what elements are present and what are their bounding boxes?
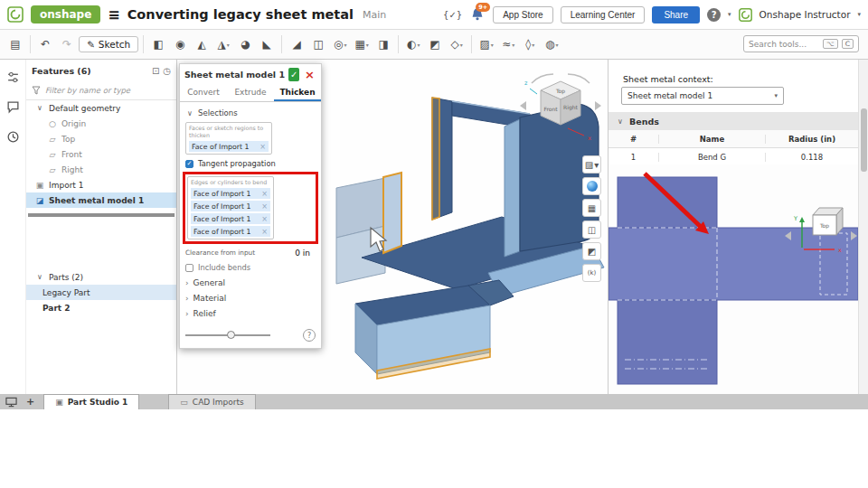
tree-item-part-2[interactable]: Part 2 — [26, 300, 176, 315]
undo-icon[interactable]: ↶ — [35, 34, 55, 54]
context-dropdown[interactable]: Sheet metal model 1 ▾ — [621, 87, 784, 105]
exploded-view-icon[interactable]: ◩ — [582, 242, 601, 260]
accept-button[interactable]: ✓ — [288, 68, 299, 81]
cancel-button[interactable]: × — [303, 68, 316, 81]
panel-scrollbar[interactable] — [858, 60, 868, 394]
tool-sweep-icon[interactable]: ◭ — [192, 34, 212, 54]
flat-pattern-view[interactable]: Top Y x — [609, 164, 858, 394]
remove-selection-icon[interactable]: × — [261, 202, 268, 211]
tool-draft-icon[interactable]: ◢ — [287, 34, 307, 54]
tab-convert[interactable]: Convert — [180, 84, 227, 101]
selections-section-header[interactable]: ∨ Selections — [185, 106, 316, 120]
edges-selection-box[interactable]: Edges or cylinders to bend Face of Impor… — [187, 176, 274, 239]
tree-item-origin[interactable]: ○ Origin — [26, 116, 176, 131]
panel-window-icon[interactable]: ⊡ — [152, 66, 159, 76]
redo-icon[interactable]: ↷ — [57, 34, 77, 54]
main-menu-icon[interactable]: ≡ — [108, 6, 119, 23]
edge-selection-chip[interactable]: Face of Import 1 × — [191, 201, 270, 211]
edge-selection-chip[interactable]: Face of Import 1 × — [191, 226, 270, 237]
general-section[interactable]: › General — [185, 275, 316, 290]
sketch-button[interactable]: ✎ Sketch — [79, 36, 138, 52]
rotate-left-arrow-icon[interactable] — [520, 101, 526, 110]
viewcube-top-label[interactable]: Top — [555, 88, 565, 95]
display-mode-icon[interactable]: ▨▾ — [582, 155, 601, 174]
help-icon[interactable]: ? — [707, 8, 721, 22]
checkbox-checked-icon[interactable]: ✓ — [185, 160, 193, 168]
tool-curve-icon[interactable]: ≈▾ — [498, 34, 518, 54]
rollback-clock-icon[interactable]: ◷ — [163, 66, 171, 76]
notifications-bell[interactable]: 9+ — [469, 6, 486, 23]
tool-surface-icon[interactable]: ▨▾ — [476, 34, 496, 54]
search-tools-input[interactable]: Search tools... ⌥ C — [743, 35, 859, 52]
tool-split-icon[interactable]: ◩ — [425, 34, 445, 54]
rotate-right-arrow-icon[interactable] — [595, 101, 601, 110]
account-menu[interactable]: Onshape Instructor — [760, 9, 851, 20]
table-row[interactable]: 1 Bend G 0.118 — [609, 148, 858, 166]
tool-mirror-icon[interactable]: ◨ — [373, 34, 393, 54]
preview-slider[interactable] — [185, 334, 270, 336]
clearance-input[interactable]: 0 in — [295, 249, 316, 258]
bends-section-header[interactable]: ∨ Bends — [609, 112, 858, 130]
add-tab-button[interactable]: + — [23, 394, 38, 409]
remove-selection-icon[interactable]: × — [261, 190, 268, 198]
chevron-down-icon[interactable]: ∨ — [35, 273, 44, 281]
panel-layout-icon[interactable]: ▤ — [5, 34, 25, 54]
view-cube[interactable]: Top Front Right z x — [514, 69, 608, 150]
tab-part-studio-1[interactable]: ▣ Part Studio 1 — [43, 394, 139, 409]
flat-viewcube-top-label[interactable]: Top — [819, 222, 829, 230]
tab-thicken[interactable]: Thicken — [274, 84, 321, 101]
configurations-icon[interactable] — [6, 70, 20, 84]
tangent-propagation-row[interactable]: ✓ Tangent propagation — [185, 156, 316, 171]
tree-item-top-plane[interactable]: ▱ Top — [26, 131, 176, 146]
checkbox-unchecked-icon[interactable] — [185, 264, 193, 272]
scrollbar-thumb[interactable] — [861, 108, 867, 172]
feature-filter-input[interactable]: Filter by name or type — [26, 81, 176, 100]
section-view-icon[interactable]: ◫ — [582, 221, 601, 239]
tool-appearance-icon[interactable]: ◍▾ — [542, 34, 561, 54]
tool-hole-icon[interactable]: ◎▾ — [330, 34, 350, 54]
relief-section[interactable]: › Relief — [185, 305, 316, 321]
tool-boolean-icon[interactable]: ◐▾ — [403, 34, 423, 54]
tool-linear-pattern-icon[interactable]: ▦▾ — [352, 34, 372, 54]
account-caret-icon[interactable]: ▾ — [857, 11, 861, 18]
dialog-help-icon[interactable]: ? — [303, 329, 316, 342]
keyboard-shortcuts-icon[interactable]: (k) — [582, 264, 601, 282]
share-button[interactable]: Share — [652, 6, 700, 23]
workspace-name[interactable]: Main — [363, 9, 386, 21]
tool-fillet-icon[interactable]: ◕ — [235, 34, 255, 54]
tool-measure-icon[interactable]: ◊▾ — [520, 34, 540, 54]
named-views-icon[interactable]: ▦ — [582, 199, 601, 217]
tab-cad-imports[interactable]: ▭ CAD Imports — [168, 394, 255, 409]
tool-transform-icon[interactable]: ◇▾ — [447, 34, 467, 54]
faces-selection-box[interactable]: Faces or sketch regions to thicken Face … — [185, 122, 272, 155]
help-caret-icon[interactable]: ▾ — [728, 11, 731, 18]
render-quality-icon[interactable] — [582, 177, 601, 195]
viewcube-front-label[interactable]: Front — [543, 106, 558, 112]
edge-selection-chip[interactable]: Face of Import 1 × — [191, 188, 270, 199]
material-section[interactable]: › Material — [185, 290, 316, 305]
learning-center-button[interactable]: Learning Center — [561, 6, 646, 23]
rollback-bar[interactable] — [28, 213, 175, 217]
onshape-wordmark[interactable]: onshape — [31, 5, 100, 23]
remove-selection-icon[interactable]: × — [261, 228, 268, 236]
tool-loft-icon[interactable]: ◮▾ — [213, 34, 233, 54]
viewcube-right-label[interactable]: Right — [563, 104, 578, 111]
history-icon[interactable] — [6, 130, 20, 144]
flat-pattern-drawing[interactable]: Top Y x — [609, 164, 858, 394]
tree-item-legacy-part[interactable]: Legacy Part — [26, 285, 176, 300]
onshape-logo-icon[interactable] — [7, 6, 24, 23]
follow-mode-icon[interactable] — [5, 394, 17, 409]
tree-item-sheet-metal-model[interactable]: ◪ Sheet metal model 1 — [26, 192, 176, 208]
chevron-down-icon[interactable]: ∨ — [35, 104, 44, 112]
tree-item-right-plane[interactable]: ▱ Right — [26, 162, 176, 177]
tree-group-default-geometry[interactable]: ∨ Default geometry — [26, 100, 176, 116]
edge-selection-chip[interactable]: Face of Import 1 × — [191, 213, 270, 224]
remove-selection-icon[interactable]: × — [261, 215, 268, 223]
comments-icon[interactable] — [6, 100, 20, 114]
tool-chamfer-icon[interactable]: ◣ — [257, 34, 277, 54]
face-selection-chip[interactable]: Face of Import 1 × — [189, 141, 269, 152]
featurescript-icon[interactable]: {✓} — [443, 10, 462, 20]
tool-revolve-icon[interactable]: ◉ — [170, 34, 190, 54]
tree-group-parts[interactable]: ∨ Parts (2) — [26, 269, 176, 285]
slider-knob[interactable] — [227, 331, 235, 339]
